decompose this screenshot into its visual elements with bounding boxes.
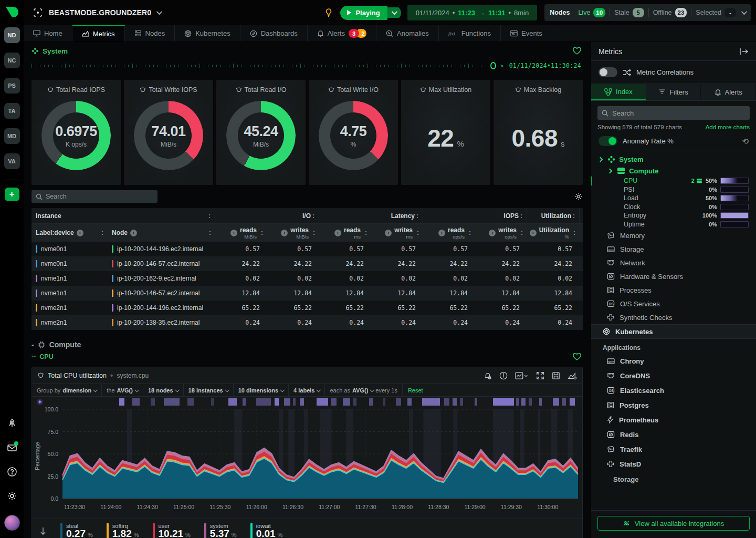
tab-kubernetes[interactable]: Kubernetes bbox=[175, 25, 240, 42]
info-icon[interactable]: i bbox=[77, 230, 83, 236]
news-bulb-icon[interactable] bbox=[323, 7, 334, 18]
tab-nodes[interactable]: Nodes bbox=[125, 25, 175, 42]
tab-events[interactable]: Events bbox=[501, 25, 552, 42]
tree-section-processes[interactable]: Processes bbox=[591, 283, 756, 297]
space-button-nd[interactable]: ND bbox=[4, 27, 20, 43]
column-header-5[interactable]: iwritesms: bbox=[371, 224, 423, 242]
table-row[interactable]: nvme2n1ip-10-200-138-35.ec2.internal0.24… bbox=[32, 315, 583, 330]
sidebar-collapse-icon[interactable] bbox=[739, 48, 749, 55]
sort-control[interactable]: : bbox=[521, 229, 523, 236]
sort-control[interactable]: : bbox=[209, 229, 211, 236]
info-icon[interactable]: i bbox=[281, 230, 288, 236]
table-search-input[interactable]: Search bbox=[32, 190, 158, 203]
app-row-elasticsearch[interactable]: OSElasticsearch bbox=[591, 383, 756, 398]
cpu-area-chart[interactable]: 0.025.050.075.0100.011:23:3011:24:0011:2… bbox=[32, 406, 582, 519]
view-integrations-button[interactable]: View all available integrations bbox=[597, 516, 750, 531]
rocket-icon[interactable] bbox=[7, 418, 17, 429]
tree-group-compute[interactable]: Compute bbox=[591, 165, 756, 177]
app-row-traefik[interactable]: Traefik bbox=[591, 442, 756, 457]
gauge-card-total-write-iops[interactable]: Total Write IOPS74.01MiB/s bbox=[124, 80, 213, 185]
space-name[interactable]: BEASTMODE.GROUNDZER0 bbox=[49, 8, 151, 17]
gauge-card-total-write-i-o[interactable]: Total Write I/O4.75% bbox=[309, 80, 398, 185]
column-header-6[interactable]: ireadsops/s: bbox=[423, 224, 475, 242]
sort-control[interactable]: : bbox=[520, 212, 522, 220]
nodes-chevron-down-icon[interactable] bbox=[741, 9, 747, 15]
sort-control[interactable]: : bbox=[312, 212, 314, 220]
reset-button[interactable]: Reset bbox=[403, 387, 428, 394]
info-icon[interactable]: i bbox=[334, 230, 341, 236]
metric-row-cpu[interactable]: CPU250% bbox=[591, 177, 756, 185]
sidebar-tab-index[interactable]: Index bbox=[591, 84, 646, 100]
fullscreen-icon[interactable] bbox=[536, 371, 544, 380]
info-icon[interactable]: i bbox=[385, 230, 392, 236]
legend-item-system[interactable]: system5.37% bbox=[204, 523, 237, 538]
column-header-1[interactable]: Nodei: bbox=[108, 224, 215, 242]
toolbar-item-2[interactable]: 18 nodes bbox=[143, 384, 184, 396]
column-header-8[interactable]: iUtilization%: bbox=[527, 224, 580, 242]
info-icon[interactable]: i bbox=[230, 230, 237, 236]
sort-control[interactable]: : bbox=[261, 229, 263, 236]
add-space-button[interactable]: + bbox=[5, 188, 19, 201]
anomaly-ribbon-icon[interactable] bbox=[36, 398, 44, 406]
tab-functions[interactable]: f(x)Functions bbox=[439, 25, 501, 42]
table-settings-gear-icon[interactable] bbox=[574, 192, 583, 201]
metric-row-load[interactable]: Load50% bbox=[591, 194, 756, 203]
table-row[interactable]: nvme1n1ip-10-200-146-57.ec2.internal12.8… bbox=[32, 286, 583, 301]
tab-metrics[interactable]: Metrics bbox=[72, 25, 125, 42]
table-row[interactable]: nvme1n1ip-10-200-162-9.ec2.internal0.020… bbox=[32, 271, 583, 286]
sort-control[interactable]: : bbox=[573, 229, 575, 236]
sort-control[interactable]: : bbox=[313, 229, 315, 236]
metric-row-entropy[interactable]: Entropy100% bbox=[591, 211, 756, 220]
toolbar-item-0[interactable]: Group bydimension bbox=[32, 384, 102, 396]
timeline-marker[interactable] bbox=[490, 62, 496, 69]
app-row-postgres[interactable]: Postgres bbox=[591, 398, 756, 412]
section-timeline[interactable]: > 01/11/2024•11:30:24 bbox=[32, 59, 591, 73]
legend-item-user[interactable]: user10.21% bbox=[153, 523, 191, 538]
tree-section-network[interactable]: Network bbox=[591, 256, 756, 270]
cpu-heart-icon[interactable] bbox=[573, 353, 581, 360]
node-state-stale[interactable]: Stale5 bbox=[610, 8, 644, 17]
gauge-card-max-utilization[interactable]: Max Utilization22% bbox=[401, 80, 490, 185]
refresh-icon[interactable]: ⟲ bbox=[742, 137, 749, 146]
space-button-ps[interactable]: PS bbox=[4, 78, 20, 94]
toolbar-item-4[interactable]: 10 dimensions bbox=[234, 384, 289, 396]
save-image-icon[interactable] bbox=[552, 371, 560, 380]
metric-row-uptime[interactable]: Uptime0% bbox=[591, 220, 756, 229]
app-row-chrony[interactable]: Chrony bbox=[591, 354, 756, 368]
info-icon[interactable]: i bbox=[438, 230, 445, 236]
tree-section-o-s-services[interactable]: OSO/S Services bbox=[591, 297, 756, 311]
toolbar-item-5[interactable]: 4 labels bbox=[289, 384, 325, 396]
gauge-card-total-read-i-o[interactable]: Total Read I/O45.24MiB/s bbox=[216, 80, 306, 185]
feedback-mail-icon[interactable] bbox=[7, 442, 17, 453]
play-button[interactable]: Playing bbox=[340, 6, 387, 20]
legend-item-softirq[interactable]: softirq1.82% bbox=[107, 523, 139, 538]
playback-control[interactable]: Playing bbox=[340, 6, 401, 20]
time-range-picker[interactable]: 01/11/2024 • 11:23 → 11:31 • 8min bbox=[407, 5, 538, 20]
settings-gear-icon[interactable] bbox=[7, 491, 17, 501]
tree-group-system[interactable]: System bbox=[591, 153, 756, 165]
node-state-selected[interactable]: Selected- bbox=[691, 8, 736, 17]
app-row-statsd[interactable]: StatsD bbox=[591, 457, 756, 471]
sidebar-tab-alerts[interactable]: Alerts bbox=[701, 84, 756, 100]
tab-anomalies[interactable]: Anomalies bbox=[376, 25, 439, 42]
chart-type-dropdown-icon[interactable] bbox=[515, 371, 529, 380]
app-row-redis[interactable]: Redis bbox=[591, 427, 756, 442]
column-header-2[interactable]: ireadsMiB/s: bbox=[215, 224, 267, 242]
metric-row-psi[interactable]: PSI0% bbox=[591, 185, 756, 194]
tree-section-storage[interactable]: Storage bbox=[591, 242, 756, 256]
info-icon[interactable]: i bbox=[530, 230, 537, 236]
user-avatar[interactable] bbox=[4, 515, 20, 531]
gauge-card-total-read-iops[interactable]: Total Read IOPS0.6975K ops/s bbox=[32, 80, 121, 185]
legend-item-steal[interactable]: steal0.27% bbox=[60, 523, 93, 538]
space-chevron-down-icon[interactable] bbox=[156, 9, 162, 15]
tree-section-memory[interactable]: Memory bbox=[591, 229, 756, 242]
anomaly-rate-toggle[interactable] bbox=[598, 136, 617, 146]
column-header-7[interactable]: iwritesops/s: bbox=[475, 224, 527, 242]
tab-alerts[interactable]: Alerts32 bbox=[308, 25, 376, 42]
sidebar-search-input[interactable]: Search bbox=[597, 106, 750, 120]
node-state-live[interactable]: Live10 bbox=[574, 8, 605, 17]
sort-control[interactable]: : bbox=[101, 229, 103, 236]
tab-home[interactable]: Home bbox=[24, 25, 72, 42]
system-heart-icon[interactable] bbox=[573, 47, 581, 55]
app-row-coredns[interactable]: CoreDNS bbox=[591, 368, 756, 383]
